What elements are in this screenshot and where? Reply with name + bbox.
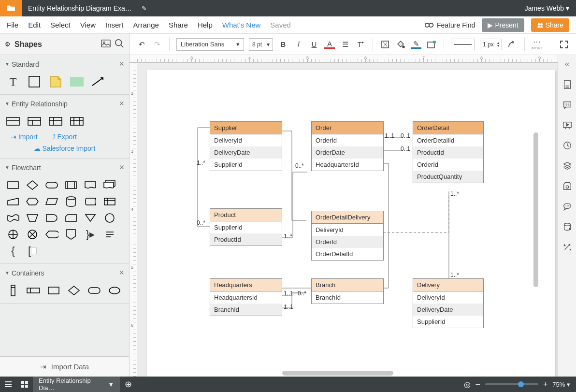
fc-connector[interactable] xyxy=(102,212,117,224)
note-shape[interactable] xyxy=(48,76,63,87)
document-title[interactable]: Entity Relationship Diagram Exa… xyxy=(22,4,138,12)
entity-orderdetaildelivery[interactable]: OrderDetailDelivery DeliveryId OrderId O… xyxy=(311,211,384,261)
fc-multidoc[interactable] xyxy=(102,179,117,191)
panel-standard-header[interactable]: ▼Standard× xyxy=(5,59,124,69)
fc-internal[interactable] xyxy=(102,196,117,207)
cont-6[interactable] xyxy=(107,285,122,296)
arrow-shape[interactable] xyxy=(91,76,105,87)
fc-tape[interactable] xyxy=(6,212,20,224)
page-tab[interactable]: Entity Relationship Dia…▼ xyxy=(33,377,120,392)
er-shape-3[interactable] xyxy=(48,116,63,127)
line-arrow-icon[interactable] xyxy=(507,40,518,49)
entity-product[interactable]: Product SupplierId ProductId xyxy=(210,208,282,246)
fc-predef[interactable] xyxy=(64,179,78,191)
entity-headquarters[interactable]: Headquarters HeadquartersId BranchId xyxy=(210,278,282,316)
block-shape[interactable] xyxy=(70,76,84,87)
gear-icon[interactable]: ⚙ xyxy=(5,41,11,48)
cont-1[interactable] xyxy=(6,285,20,296)
fc-terminator[interactable] xyxy=(44,179,59,191)
text-shape[interactable]: T xyxy=(6,76,20,87)
menu-share[interactable]: Share xyxy=(169,21,188,29)
cont-4[interactable] xyxy=(67,285,81,296)
entity-order[interactable]: Order OrderId OrderDate HeadquartersId xyxy=(311,121,384,171)
fc-manual-op[interactable] xyxy=(25,212,40,224)
edit-title-icon[interactable]: ✎ xyxy=(142,5,147,12)
magic-icon[interactable] xyxy=(562,242,572,252)
chat-icon[interactable] xyxy=(562,202,572,211)
italic-icon[interactable]: I xyxy=(293,40,304,48)
diagram-page[interactable]: Supplier DeliveryId DeliveryDate Supplie… xyxy=(147,70,555,377)
more-button[interactable]: ⋯MORE xyxy=(532,38,543,50)
fc-hex[interactable] xyxy=(25,196,40,207)
fc-document[interactable] xyxy=(83,179,98,191)
collapse-icon[interactable]: « xyxy=(564,59,569,69)
zoom-out-icon[interactable]: − xyxy=(475,379,481,390)
comment-icon[interactable]: 99 xyxy=(562,100,572,110)
fc-note[interactable] xyxy=(102,229,117,240)
import-data-button[interactable]: ⇥ Import Data xyxy=(0,356,129,377)
fc-database[interactable] xyxy=(64,196,78,207)
fc-delay[interactable] xyxy=(44,212,59,224)
entity-supplier[interactable]: Supplier DeliveryId DeliveryDate Supplie… xyxy=(210,121,282,171)
fc-merge[interactable] xyxy=(83,212,98,224)
zoom-level[interactable]: 75% ▾ xyxy=(552,381,570,388)
fc-brace-left[interactable]: { xyxy=(6,245,20,257)
align-icon[interactable]: ☰ xyxy=(340,40,350,49)
er-shape-2[interactable] xyxy=(27,116,42,127)
panel-er-header[interactable]: ▼Entity Relationship× xyxy=(5,99,124,109)
folder-icon[interactable] xyxy=(0,0,22,16)
close-icon[interactable]: × xyxy=(119,268,124,278)
zoom-slider[interactable] xyxy=(485,383,538,385)
cont-5[interactable] xyxy=(87,285,101,296)
close-icon[interactable]: × xyxy=(119,162,124,173)
page-icon[interactable] xyxy=(562,80,572,89)
er-shape-1[interactable] xyxy=(6,116,20,127)
outline-icon[interactable] xyxy=(0,380,16,388)
line-style-select[interactable] xyxy=(451,39,475,50)
feature-find[interactable]: Feature Find xyxy=(424,21,475,29)
text-color-icon[interactable]: A xyxy=(324,40,335,49)
fc-offpage[interactable] xyxy=(64,229,78,240)
underline-icon[interactable]: U xyxy=(309,40,319,48)
menu-file[interactable]: File xyxy=(7,21,18,29)
er-export-link[interactable]: ⤴ Export xyxy=(52,133,77,141)
menu-help[interactable]: Help xyxy=(198,21,213,29)
entity-orderdetail[interactable]: OrderDetail OrderDetailId ProductId Orde… xyxy=(413,121,484,183)
shape-options-icon[interactable] xyxy=(426,40,437,49)
border-color-icon[interactable]: ✎ xyxy=(411,40,421,49)
fc-bracket[interactable]: [ xyxy=(25,245,40,257)
font-select[interactable]: Liberation Sans▾ xyxy=(176,38,244,51)
user-menu[interactable]: James Webb ▾ xyxy=(525,4,576,12)
menu-view[interactable]: View xyxy=(80,21,96,29)
fc-stored[interactable] xyxy=(83,196,98,207)
er-import-link[interactable]: ⇥ Import xyxy=(11,133,38,141)
image-icon[interactable] xyxy=(101,39,111,49)
er-salesforce-link[interactable]: ☁ Salesforce Import xyxy=(5,144,124,154)
close-icon[interactable]: × xyxy=(119,59,124,69)
share-button[interactable]: Share xyxy=(531,18,569,32)
entity-branch[interactable]: Branch BranchId xyxy=(311,278,384,304)
fc-brace-right[interactable]: }▸ xyxy=(83,229,98,240)
fc-or[interactable] xyxy=(6,229,20,240)
sync-icon[interactable]: ◎ xyxy=(464,380,471,389)
fc-diamond[interactable] xyxy=(25,179,40,191)
panel-containers-header[interactable]: ▼Containers× xyxy=(5,268,124,278)
panel-flowchart-header[interactable]: ▼Flowchart× xyxy=(5,162,124,173)
rect-shape[interactable] xyxy=(27,76,42,87)
fc-parallelogram[interactable] xyxy=(44,196,59,207)
master-icon[interactable] xyxy=(562,181,572,191)
er-shape-4[interactable] xyxy=(70,116,84,127)
redo-icon[interactable]: ↷ xyxy=(152,40,162,49)
horizontal-scrollbar[interactable] xyxy=(282,371,393,376)
fill-icon[interactable] xyxy=(395,40,406,49)
data-icon[interactable] xyxy=(562,222,572,232)
menu-whats-new[interactable]: What's New xyxy=(222,21,261,29)
text-style-icon[interactable]: T▸ xyxy=(355,40,366,48)
shape-box-icon[interactable] xyxy=(380,40,390,49)
line-width-select[interactable]: 1 px▴▾ xyxy=(480,39,502,50)
zoom-in-icon[interactable]: + xyxy=(543,380,547,389)
menu-edit[interactable]: Edit xyxy=(28,21,41,29)
vertical-scrollbar[interactable] xyxy=(533,132,538,287)
fc-manual-input[interactable] xyxy=(6,196,20,207)
present-button[interactable]: ▶ Present xyxy=(482,18,524,32)
